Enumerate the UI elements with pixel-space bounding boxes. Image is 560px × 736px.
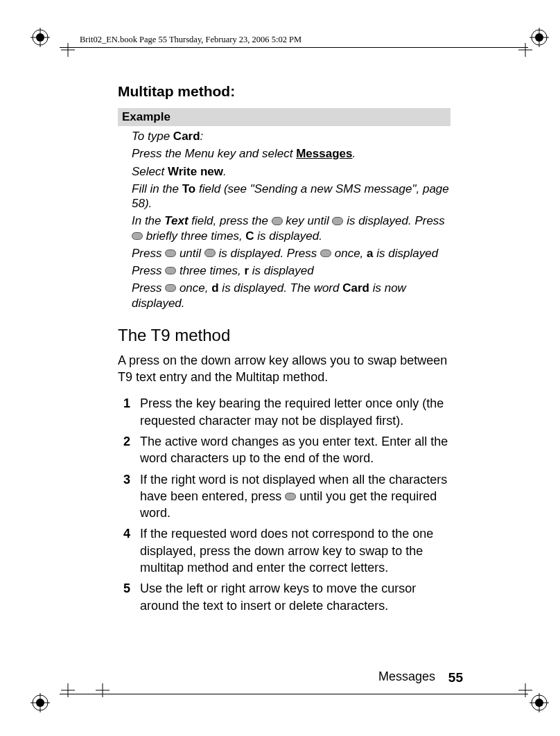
crop-mark-icon (61, 43, 75, 57)
registration-mark-icon (530, 28, 549, 47)
example-line: Select Write new. (132, 164, 450, 179)
key-icon (332, 217, 343, 225)
list-item: 2The active word changes as you enter te… (118, 433, 450, 467)
example-line: Press three times, r is displayed (132, 263, 450, 278)
crop-mark-icon (61, 683, 75, 697)
registration-mark-icon (30, 693, 50, 712)
key-icon (165, 249, 176, 257)
footer-rule (60, 694, 528, 694)
registration-mark-icon (30, 28, 50, 47)
page-number: 55 (448, 670, 463, 685)
example-line: Press the Menu key and select Messages. (132, 146, 450, 161)
example-line: Fill in the To field (see "Sending a new… (132, 182, 450, 211)
example-line: To type Card: (132, 129, 450, 143)
example-block: To type Card: Press the Menu key and sel… (118, 129, 450, 310)
crop-mark-icon (96, 683, 110, 697)
example-heading: Example (118, 108, 450, 126)
list-item: 4If the requested word does not correspo… (118, 525, 450, 576)
crop-mark-icon (518, 43, 532, 57)
t9-heading: The T9 method (118, 326, 450, 345)
example-line: In the Text field, press the key until i… (132, 213, 450, 243)
list-item: 1Press the key bearing the required lett… (118, 395, 450, 429)
key-icon (132, 232, 143, 240)
key-icon (204, 249, 216, 257)
key-icon (285, 493, 296, 500)
method-heading: Multitap method: (118, 83, 450, 100)
t9-lead: A press on the down arrow key allows you… (118, 352, 450, 386)
key-icon (165, 284, 176, 292)
list-item: 5Use the left or right arrow keys to mov… (118, 580, 450, 614)
running-header: Brit02_EN.book Page 55 Thursday, Februar… (80, 35, 301, 45)
example-line: Press once, d is displayed. The word Car… (132, 281, 450, 310)
list-item: 3If the right word is not displayed when… (118, 471, 450, 522)
footer-section-label: Messages (378, 669, 435, 684)
key-icon (320, 249, 331, 257)
example-line: Press until is displayed. Press once, a … (132, 246, 450, 261)
crop-mark-icon (518, 683, 532, 697)
key-icon (165, 267, 176, 274)
key-icon (272, 217, 283, 225)
page-body: Multitap method: Example To type Card: P… (118, 83, 450, 618)
registration-mark-icon (530, 693, 549, 712)
header-rule (60, 47, 528, 48)
t9-steps: 1Press the key bearing the required lett… (118, 395, 450, 614)
